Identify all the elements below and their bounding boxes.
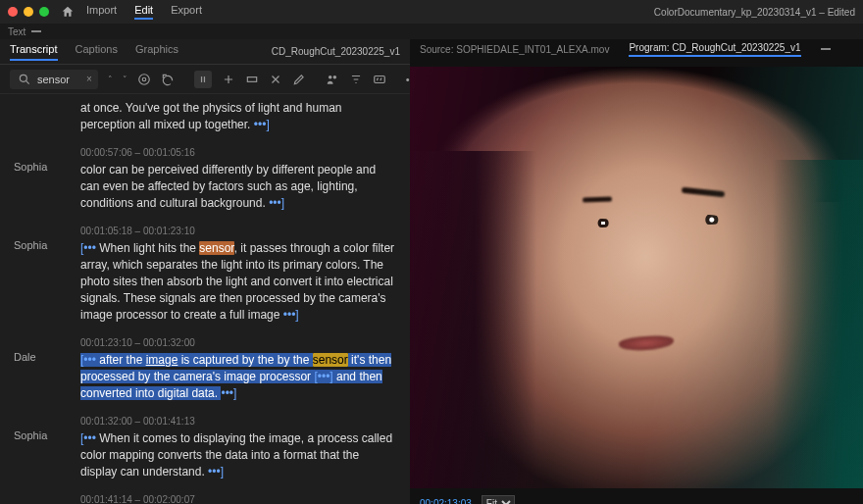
timecode-range: 00:01:32:00 – 00:01:41:13: [80, 416, 396, 427]
transcript-text[interactable]: at once. You've got the physics of light…: [80, 100, 396, 133]
pen-icon[interactable]: [292, 71, 306, 88]
workspace-tabs: Import Edit Export: [86, 4, 202, 20]
timecode-range: 00:01:23:10 – 00:01:32:00: [80, 337, 396, 348]
transcript-entry[interactable]: Sophia 00:01:32:00 – 00:01:41:13 [••• Wh…: [0, 410, 410, 488]
search-box[interactable]: ×: [10, 70, 98, 89]
monitor-panel: Source: SOPHIEDALE_INT01_ALEXA.mov Progr…: [410, 39, 863, 504]
minimize-window-icon[interactable]: [24, 7, 33, 17]
speaker-name: Sophia: [14, 416, 73, 480]
project-title: ColorDocumentary_kp_20230314_v1 – Edited: [654, 7, 855, 18]
zoom-select[interactable]: Fit: [482, 495, 515, 504]
speaker-name: Dale: [14, 337, 73, 402]
caption-tool-icon[interactable]: [373, 71, 386, 88]
prev-match-icon[interactable]: ˄: [108, 75, 113, 84]
tab-edit[interactable]: Edit: [134, 4, 153, 20]
clear-search-icon[interactable]: ×: [86, 74, 92, 84]
speaker-name: Sophia: [14, 226, 73, 324]
search-hit-current: sensor: [313, 353, 348, 367]
monitor-tabs: Source: SOPHIEDALE_INT01_ALEXA.mov Progr…: [410, 39, 863, 59]
timecode-range: 00:00:57:06 – 00:01:05:16: [80, 147, 396, 158]
svg-rect-9: [375, 76, 385, 82]
svg-rect-5: [204, 76, 205, 82]
search-input[interactable]: [37, 74, 82, 85]
sequence-name: CD_RoughCut_20230225_v1: [272, 46, 400, 57]
pause-marker-icon: •••]: [208, 465, 224, 479]
transcript-entry[interactable]: Jolene 00:01:41:14 – 00:02:00:07 [••• Th…: [0, 488, 410, 504]
search-icon: [16, 71, 33, 88]
source-monitor-tab[interactable]: Source: SOPHIEDALE_INT01_ALEXA.mov: [420, 44, 609, 55]
transcript-text[interactable]: [••• When light hits the sensor, it pass…: [80, 240, 396, 324]
monitor-timebar: 00:02:13:03 Fit: [410, 492, 863, 504]
replace-icon[interactable]: [161, 71, 175, 88]
tab-graphics[interactable]: Graphics: [135, 43, 178, 61]
playhead-timecode[interactable]: 00:02:13:03: [420, 498, 472, 505]
tab-export[interactable]: Export: [171, 4, 202, 20]
filter-icon[interactable]: [349, 71, 363, 88]
svg-line-1: [25, 80, 28, 83]
pause-marker-icon: [•••: [80, 431, 96, 445]
text-panel-label[interactable]: Text: [8, 26, 25, 37]
pause-marker-icon: •••]: [254, 118, 270, 131]
transcript-toolbar: × ˄ ˅ •••: [0, 65, 410, 94]
timecode-range: 00:01:05:18 – 00:01:23:10: [80, 226, 396, 236]
text-panel: Transcript Captions Graphics CD_RoughCut…: [0, 39, 410, 504]
program-monitor-viewer[interactable]: [410, 67, 863, 488]
transcript-text[interactable]: color can be perceived differently by di…: [80, 162, 396, 212]
options-icon[interactable]: [137, 71, 151, 88]
svg-point-3: [139, 74, 150, 84]
timecode-range: 00:01:41:14 – 00:02:00:07: [80, 494, 396, 504]
pause-marker-icon: [•••: [80, 241, 96, 255]
pause-marker-icon: •••]: [269, 196, 284, 210]
pause-marker-icon: •••]: [283, 308, 299, 322]
transcript-entry[interactable]: at once. You've got the physics of light…: [0, 94, 410, 141]
transcript-entry[interactable]: Sophia 00:01:05:18 – 00:01:23:10 [••• Wh…: [0, 220, 410, 331]
insert-icon[interactable]: [222, 71, 235, 88]
tab-captions[interactable]: Captions: [76, 43, 118, 61]
transcript-list[interactable]: at once. You've got the physics of light…: [0, 94, 410, 504]
home-icon[interactable]: [61, 5, 75, 19]
app-topbar: Import Edit Export ColorDocumentary_kp_2…: [0, 0, 863, 24]
svg-point-8: [332, 75, 336, 78]
svg-rect-6: [247, 76, 256, 81]
pause-marker-icon: •••]: [221, 386, 236, 400]
pause-icon[interactable]: [194, 71, 212, 88]
svg-point-2: [142, 77, 146, 81]
tab-transcript[interactable]: Transcript: [10, 43, 58, 61]
svg-point-7: [329, 75, 332, 78]
window-controls: [8, 7, 49, 17]
panel-tabstrip: Text: [0, 24, 863, 39]
next-match-icon[interactable]: ˅: [123, 75, 127, 84]
speaker-name: Jolene: [14, 494, 73, 504]
pause-marker-icon: [•••: [80, 353, 96, 367]
speaker-tool-icon[interactable]: [326, 71, 339, 88]
razor-icon[interactable]: [269, 71, 282, 88]
svg-rect-4: [201, 76, 202, 82]
text-panel-tabs: Transcript Captions Graphics CD_RoughCut…: [0, 39, 410, 65]
transcript-text[interactable]: [••• after the image is captured by the …: [80, 352, 396, 402]
transcript-text[interactable]: [••• When it comes to displaying the ima…: [80, 430, 396, 480]
svg-point-0: [20, 75, 26, 81]
panel-menu-icon[interactable]: [31, 30, 41, 32]
editor-columns: Transcript Captions Graphics CD_RoughCut…: [0, 39, 863, 504]
video-frame-image: [410, 67, 863, 488]
transcript-entry[interactable]: Sophia 00:00:57:06 – 00:01:05:16 color c…: [0, 141, 410, 220]
fullscreen-window-icon[interactable]: [39, 7, 49, 17]
speaker-name: [14, 100, 73, 133]
tab-import[interactable]: Import: [86, 4, 117, 20]
program-monitor-tab[interactable]: Program: CD_RoughCut_20230225_v1: [629, 42, 800, 57]
search-hit: sensor: [199, 241, 233, 255]
speaker-name: Sophia: [14, 147, 73, 212]
overwrite-icon[interactable]: [245, 71, 259, 88]
pause-marker-icon: [•••]: [314, 370, 332, 383]
transcript-entry[interactable]: Dale 00:01:23:10 – 00:01:32:00 [••• afte…: [0, 331, 410, 410]
panel-menu-icon[interactable]: [821, 48, 831, 50]
close-window-icon[interactable]: [8, 7, 18, 17]
